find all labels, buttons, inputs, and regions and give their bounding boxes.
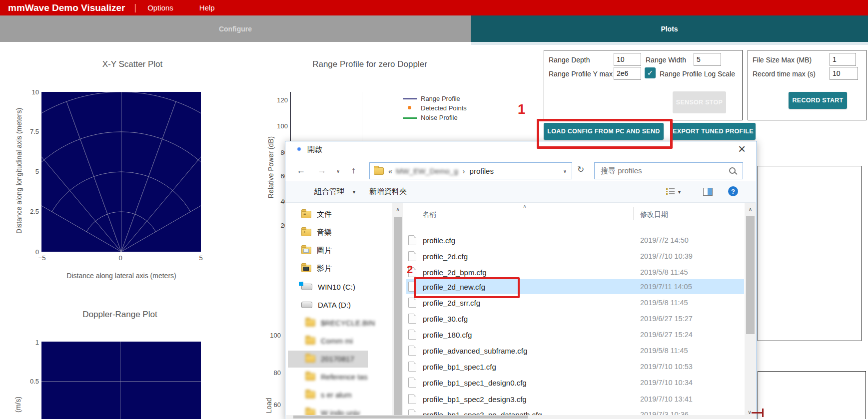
annotation-box-load-config (537, 119, 673, 149)
range-depth-label: Range Depth (549, 56, 590, 64)
tab-plots[interactable]: Plots (471, 15, 868, 42)
log-scale-checkbox[interactable]: ✓ (645, 67, 656, 78)
sidebar-item-blurred[interactable]: Comm mi (305, 337, 353, 345)
file-row[interactable]: profile_2d.cfg2019/7/10 10:39 (408, 249, 743, 263)
file-icon (408, 346, 416, 356)
sidebar-item-documents[interactable]: ≡文件 (301, 210, 332, 219)
folder-icon (374, 167, 384, 175)
file-icon (408, 362, 416, 372)
sidebar-scrollbar-thumb[interactable] (394, 217, 402, 419)
record-time-label: Record time max (s) (753, 70, 816, 78)
sidebar-item-blurred[interactable]: $RECYCLE.BIN (305, 319, 375, 327)
doppler-plot-area (41, 342, 201, 419)
range-ymax-input[interactable] (614, 67, 641, 80)
horizontal-scrollbar[interactable] (286, 415, 745, 419)
legend-line-range-profile (403, 98, 417, 99)
breadcrumb[interactable]: « MW_EW_Demo_g › profiles ∨ (369, 162, 572, 179)
new-folder-button[interactable]: 新增資料夾 (369, 187, 407, 196)
windows-drive-icon (301, 284, 312, 290)
xy-scatter-plot-area (41, 92, 201, 252)
view-mode-caret-icon[interactable]: ▾ (678, 189, 681, 195)
annotation-box-selected-file (414, 277, 520, 298)
sidebar-item-drive-c[interactable]: WIN10 (C:) (301, 283, 355, 291)
folder-icon (305, 391, 315, 399)
record-start-button[interactable]: RECORD START (789, 92, 847, 109)
file-row[interactable]: profile_bp1_spec1_design0.cfg2019/7/10 1… (408, 376, 743, 390)
column-header-date[interactable]: 修改日期 (640, 210, 668, 219)
legend-line-noise-profile (403, 117, 417, 119)
range-width-label: Range Width (646, 56, 686, 64)
sensor-stop-button[interactable]: SENSOR STOP (673, 91, 726, 113)
sort-asc-icon[interactable]: ∧ (522, 203, 528, 209)
log-scale-label: Range Profile Log Scale (660, 70, 735, 78)
list-scrollbar-thumb[interactable] (746, 216, 755, 334)
file-size-input[interactable] (830, 53, 856, 66)
history-chevron-icon[interactable]: ∨ (336, 168, 340, 174)
file-row[interactable]: profile.cfg2019/7/2 14:50 (408, 233, 743, 247)
file-icon (408, 235, 416, 245)
column-divider[interactable] (633, 207, 634, 220)
breadcrumb-collapse[interactable]: « (388, 167, 392, 175)
range-profile-yaxis (290, 92, 291, 141)
red-dash-cap (762, 409, 764, 417)
file-icon (408, 251, 416, 261)
file-open-dialog: 開啟 × ← → ∨ ↑ « MW_EW_Demo_g › profiles ∨… (285, 141, 757, 419)
file-row[interactable]: profile_advanced_subframe.cfg2019/5/8 11… (408, 344, 743, 358)
refresh-icon[interactable]: ↻ (577, 164, 584, 175)
file-size-label: File Size Max (MB) (753, 56, 812, 64)
menu-options[interactable]: Options (147, 3, 173, 12)
forward-icon[interactable]: → (317, 165, 326, 176)
tab-bar: Configure Plots (0, 15, 868, 42)
organize-button[interactable]: 組合管理 (314, 187, 344, 196)
breadcrumb-current[interactable]: profiles (470, 167, 494, 175)
preview-pane-icon[interactable] (703, 188, 713, 196)
folder-icon (305, 355, 315, 363)
list-scrollbar[interactable]: ∧ ∨ (745, 203, 756, 419)
sidebar-item-videos[interactable]: 影片 (301, 264, 332, 273)
column-header-name[interactable]: 名稱 (422, 210, 436, 219)
sidebar-item-blurred[interactable]: Reference tas (305, 373, 367, 381)
search-box[interactable] (594, 162, 743, 179)
sidebar-item-music[interactable]: ♪音樂 (301, 228, 332, 237)
up-icon[interactable]: ↑ (351, 165, 356, 176)
scroll-up-icon[interactable]: ∧ (392, 206, 403, 213)
search-icon (729, 167, 736, 174)
scroll-up-icon[interactable]: ∧ (745, 206, 756, 213)
folder-icon (305, 337, 315, 345)
tab-configure[interactable]: Configure (0, 15, 471, 42)
file-row[interactable]: profile_180.cfg2019/6/27 15:24 (408, 328, 743, 342)
music-folder-icon: ♪ (301, 229, 311, 236)
breadcrumb-separator: › (463, 167, 465, 175)
range-profile-gridline (362, 92, 362, 141)
file-row[interactable]: profile_30.cfg2019/6/27 15:27 (408, 312, 743, 326)
back-icon[interactable]: ← (296, 165, 305, 176)
breadcrumb-chevron-icon[interactable]: ∨ (563, 168, 567, 174)
file-icon (408, 330, 416, 340)
export-profile-button[interactable]: EXPORT TUNED PROFILE (671, 123, 756, 140)
sidebar-item-pictures[interactable]: 圖片 (301, 246, 332, 255)
record-time-input[interactable] (830, 67, 858, 80)
sidebar-scrollbar[interactable]: ∧ (392, 203, 403, 419)
load-ytick: 100 (263, 332, 281, 339)
right-plot-placeholder-top (758, 166, 862, 341)
file-row[interactable]: profile_bp1_spec1.cfg2019/7/10 10:53 (408, 360, 743, 374)
scroll-down-icon[interactable]: ∨ (748, 409, 752, 416)
search-input[interactable] (600, 166, 727, 175)
close-icon[interactable]: × (738, 142, 746, 155)
horizontal-scrollbar-thumb[interactable] (293, 416, 528, 419)
plots-page-strip (471, 42, 868, 45)
range-profile-legend: Range Profile Detected Points Noise Prof… (399, 93, 476, 125)
sidebar-item-drive-d[interactable]: DATA (D:) (301, 301, 351, 309)
sidebar-item-blurred[interactable]: s er alum (305, 391, 352, 399)
xy-xtick: −5 (35, 254, 49, 262)
sidebar-item-blurred-highlighted[interactable]: 20170817 (305, 355, 354, 363)
help-icon[interactable]: ? (728, 186, 738, 196)
xy-scatter-title: X-Y Scatter Plot (60, 59, 205, 69)
breadcrumb-parent-blurred[interactable]: MW_EW_Demo_g (396, 167, 458, 175)
rp-ytick: 100 (270, 122, 288, 130)
range-width-input[interactable] (694, 53, 721, 66)
file-row[interactable]: profile_bp1_spec2_design3.cfg2019/7/10 1… (408, 392, 743, 406)
menu-help[interactable]: Help (199, 3, 215, 12)
range-depth-input[interactable] (614, 53, 641, 66)
xy-ytick: 10 (20, 88, 39, 96)
